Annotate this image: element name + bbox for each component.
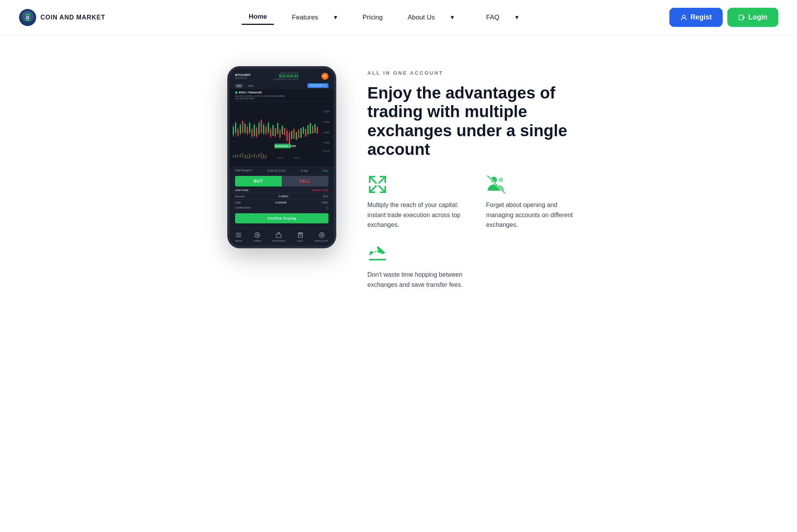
- svg-rect-64: [300, 128, 302, 138]
- phone-nav-coins[interactable]: COINS: [253, 232, 261, 242]
- svg-rect-63: [298, 130, 299, 138]
- limit-order-type[interactable]: Limit Order: [235, 189, 249, 191]
- phone-bottom-nav: MENU COINS PORTFOLIO: [230, 228, 334, 246]
- brand-name: COIN AND MARKET: [40, 14, 105, 21]
- coins-icon: [254, 232, 261, 239]
- svg-rect-81: [254, 154, 255, 158]
- nav-item-home[interactable]: Home: [242, 10, 274, 25]
- phone-pair-selector[interactable]: EOS/USDT ▾: [307, 83, 328, 88]
- nav-item-faq[interactable]: FAQ ▾: [472, 7, 533, 28]
- nav-link-faq[interactable]: FAQ ▾: [472, 7, 533, 28]
- tf-30m[interactable]: 30m: [248, 84, 254, 87]
- svg-rect-73: [235, 154, 236, 158]
- login-icon: [738, 14, 745, 21]
- phone-pair-info: BTC/USDT BINANCE: [235, 73, 251, 79]
- svg-point-99: [299, 235, 300, 236]
- chart-status-dot: [235, 91, 237, 94]
- phone-nav-calc[interactable]: CALC.: [297, 232, 304, 242]
- svg-rect-66: [305, 129, 306, 137]
- feature-item-1: Multiply the reach of your capital: inst…: [367, 174, 467, 230]
- phone-balance-info: REAL ACCOUNT $10,010.01 ESTIMATED BALANC…: [274, 72, 298, 81]
- svg-rect-71: [317, 127, 318, 134]
- phone-order-types: Limit Order Market Order: [230, 189, 334, 193]
- total-row: Total 0.000009 USDT: [230, 199, 334, 205]
- svg-text:09:00: 09:00: [277, 157, 283, 159]
- phone-container: BTC/USDT BINANCE REAL ACCOUNT $10,010.01…: [227, 66, 336, 248]
- watchlist-icon: [318, 232, 325, 239]
- svg-rect-49: [272, 125, 274, 136]
- phone-date-range: Date Range ▾ 12:30:21 (UTC) % log Auto: [230, 167, 334, 174]
- phone-nav-watchlist[interactable]: WATCHLIST: [315, 232, 328, 242]
- phone-buy-button[interactable]: BUY: [235, 176, 282, 186]
- about-chevron-icon: ▾: [444, 10, 461, 25]
- svg-point-101: [301, 235, 302, 236]
- main-content: BTC/USDT BINANCE REAL ACCOUNT $10,010.01…: [0, 35, 797, 532]
- expand-arrows-icon: [367, 174, 388, 195]
- nav-links: Home Features ▾ Pricing About Us ▾ FAQ ▾: [242, 7, 533, 28]
- svg-text:0.880: 0.880: [323, 141, 330, 144]
- logo-link[interactable]: COIN AND MARKET: [19, 9, 105, 26]
- market-order-type[interactable]: Market Order: [312, 189, 328, 191]
- svg-rect-69: [312, 126, 313, 133]
- svg-rect-76: [242, 153, 243, 158]
- svg-rect-107: [369, 259, 386, 260]
- nav-link-about[interactable]: About Us ▾: [393, 7, 468, 28]
- nav-link-pricing[interactable]: Pricing: [355, 11, 390, 25]
- phone-order-panel: BUY SELL Limit Order Market Order Amount…: [230, 174, 334, 228]
- svg-rect-68: [310, 123, 311, 134]
- svg-text:12:00: 12:00: [293, 157, 300, 159]
- svg-rect-83: [258, 153, 260, 158]
- svg-rect-65: [303, 127, 304, 134]
- svg-rect-72: [233, 155, 234, 158]
- navbar: COIN AND MARKET Home Features ▾ Pricing …: [0, 0, 797, 35]
- no-users-icon: [486, 174, 506, 195]
- phone-nav-menu[interactable]: MENU: [235, 232, 242, 242]
- svg-text:03:00: 03:00: [244, 157, 251, 159]
- phone-chart-area: EOS / TetherUS O:0.875 H:0.875 L:0.875 C…: [230, 89, 334, 167]
- confirm-buying-button[interactable]: Confirm buying: [235, 213, 328, 223]
- info-icon: ⓘ: [326, 206, 328, 210]
- portfolio-icon: [275, 232, 282, 239]
- login-button[interactable]: Login: [727, 8, 778, 27]
- phone-chart-header: EOS / TetherUS O:0.875 H:0.875 L:0.875 C…: [230, 89, 334, 102]
- register-button[interactable]: Regist: [669, 8, 723, 27]
- takeoff-icon: [367, 244, 388, 264]
- nav-link-home[interactable]: Home: [242, 10, 274, 25]
- feature-text-2: Forget about opening and managing accoun…: [486, 200, 585, 230]
- register-icon: [680, 14, 687, 21]
- svg-rect-96: [276, 234, 281, 237]
- svg-text:0.875: 0.875: [323, 150, 330, 153]
- feature-text-3: Don't waste time hopping between exchang…: [367, 270, 467, 290]
- features-chevron-icon: ▾: [327, 10, 344, 25]
- nav-item-pricing[interactable]: Pricing: [355, 11, 390, 25]
- nav-item-about[interactable]: About Us ▾: [393, 7, 468, 28]
- svg-rect-50: [275, 128, 276, 137]
- svg-rect-54: [282, 126, 283, 134]
- nav-item-features[interactable]: Features ▾: [278, 7, 351, 28]
- svg-point-3: [682, 15, 685, 18]
- phone-nav-portfolio[interactable]: PORTFOLIO: [272, 232, 286, 242]
- menu-icon: [235, 232, 242, 239]
- features-grid: Multiply the reach of your capital: inst…: [367, 174, 585, 290]
- svg-point-100: [300, 235, 301, 236]
- svg-text:0.890: 0.890: [323, 121, 330, 123]
- features-title: Enjoy the advantages of trading with mul…: [367, 84, 585, 159]
- phone-sell-button[interactable]: SELL: [282, 176, 328, 186]
- feature-text-1: Multiply the reach of your capital: inst…: [367, 200, 467, 230]
- svg-text:06:00: 06:00: [261, 157, 267, 159]
- tf-1m[interactable]: 1m: [235, 84, 243, 88]
- calc-icon: [297, 232, 304, 239]
- nav-link-features[interactable]: Features ▾: [278, 7, 351, 28]
- phone-buy-sell-buttons: BUY SELL: [235, 176, 328, 186]
- svg-rect-75: [240, 154, 241, 158]
- phone-avatar: M: [321, 73, 328, 80]
- svg-rect-61: [293, 129, 295, 139]
- svg-point-104: [499, 177, 503, 182]
- features-tag: ALL IN ONE ACCOUNT: [367, 70, 585, 76]
- svg-rect-51: [277, 123, 278, 134]
- phone-timeframes: 1m | 30m EOS/USDT ▾: [230, 82, 334, 89]
- logo-icon: [19, 9, 37, 26]
- svg-rect-82: [256, 155, 257, 158]
- features-section: ALL IN ONE ACCOUNT Enjoy the advantages …: [367, 58, 585, 290]
- amount-row: Amount 0.00001 EOS: [230, 193, 334, 199]
